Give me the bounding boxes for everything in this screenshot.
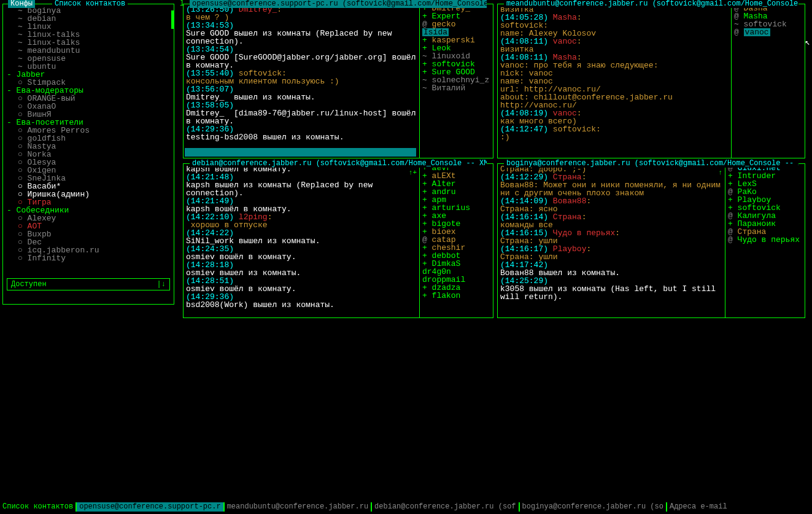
occupant[interactable]: + Expert bbox=[422, 12, 490, 20]
occupant[interactable]: @ Masha bbox=[734, 12, 802, 20]
occupant-list[interactable]: + aevr+ aLEXt+ Alter+ andru+ apm+ arturi… bbox=[419, 164, 493, 317]
occupant-list[interactable]: @ Dasha@ Masha~ softovick@ vanoc bbox=[731, 4, 805, 158]
occupant[interactable]: + LexS bbox=[728, 180, 802, 188]
chat-line: bsd2008(Work) вышел из комнаты. bbox=[186, 301, 417, 309]
occupant[interactable]: + arturius bbox=[422, 204, 490, 212]
roster-scrollbar[interactable] bbox=[171, 10, 174, 29]
occupant[interactable]: ~ solnechnyi_z bbox=[422, 76, 490, 84]
chat-line: Dmitrey_ [dima89-76@jabber.ru/linux-host… bbox=[186, 109, 417, 125]
room-marker: l bbox=[180, 0, 184, 8]
occupant[interactable]: ~ linuxoid bbox=[422, 52, 490, 60]
status-indicator: |↓ bbox=[157, 280, 166, 289]
bottom-tab[interactable]: boginya@conference.jabber.ru (so bbox=[519, 502, 666, 512]
bottom-tab[interactable]: opensuse@conference.support-pc.r bbox=[75, 502, 223, 512]
chat-log[interactable]: kapsh вошёл в комнату.(14:21:48)kapsh вы… bbox=[184, 164, 419, 317]
occupant[interactable]: @ Чудо в перьях bbox=[728, 236, 802, 244]
chat-line: Sure GOOD вышел из комнаты (Replaced by … bbox=[186, 29, 417, 45]
occupant[interactable]: + Leok bbox=[422, 44, 490, 52]
occupant[interactable]: + Параноик bbox=[728, 220, 802, 228]
bottom-tab[interactable]: Адреса e-mail bbox=[666, 502, 730, 512]
occupant[interactable]: @ Калигула bbox=[728, 212, 802, 220]
occupant[interactable]: + DimkaS bbox=[422, 260, 490, 268]
occupant[interactable]: @ Страна bbox=[728, 228, 802, 236]
occupant[interactable]: ~ softovick bbox=[734, 20, 802, 28]
occupant[interactable]: @ vanoc bbox=[734, 28, 802, 36]
room-title: debian@conference.jabber.ru (softovick@g… bbox=[190, 159, 487, 168]
occupant[interactable]: droppmail bbox=[422, 276, 490, 284]
occupant[interactable]: + dzadza bbox=[422, 284, 490, 292]
occupant[interactable]: + kasperski bbox=[422, 36, 490, 44]
status-text: Доступен bbox=[11, 280, 47, 289]
scroll-up-indicator: ↑ bbox=[718, 169, 722, 176]
occupant[interactable]: + andru bbox=[422, 188, 490, 196]
roster-list[interactable]: ~ boginya~ debian~ linux~ linux-talks~ l… bbox=[3, 4, 174, 265]
room-meandubuntu[interactable]: meandubuntu@conference.jabber.ru (softov… bbox=[497, 4, 805, 158]
chat-line: (14:12:47) softovick: bbox=[500, 125, 729, 133]
chat-log[interactable]: визитка(14:05:28) Masha:softovick:name: … bbox=[498, 4, 731, 158]
bottom-tab-bar[interactable]: Список контактовopensuse@conference.supp… bbox=[0, 502, 812, 512]
occupant[interactable]: + softovick bbox=[728, 204, 802, 212]
occupant[interactable]: + Alter bbox=[422, 180, 490, 188]
contacts-title: Список контактов bbox=[52, 0, 128, 8]
occupant[interactable]: + cheshir bbox=[422, 244, 490, 252]
chat-log[interactable]: Страна: добро. ;-)(14:12:29) Страна:Вова… bbox=[498, 164, 725, 317]
occupant[interactable]: + apm bbox=[422, 196, 490, 204]
chat-line: kapsh вышел из комнаты (Replaced by new … bbox=[186, 181, 417, 197]
input-field[interactable] bbox=[185, 148, 416, 157]
occupant[interactable]: + Sure GOOD bbox=[422, 68, 490, 76]
room-opensuse[interactable]: opensuse@conference.support-pc.ru (softo… bbox=[183, 4, 493, 158]
occupant[interactable]: + bioex bbox=[422, 228, 490, 236]
occupant[interactable]: + softovick bbox=[422, 60, 490, 68]
roster-item[interactable]: ○ Infinity bbox=[7, 254, 170, 262]
bottom-tab[interactable]: meandubuntu@conference.jabber.ru bbox=[223, 502, 371, 512]
room-title: boginya@conference.jabber.ru (softovick@… bbox=[504, 159, 798, 168]
occupant[interactable]: ~ Виталий bbox=[422, 84, 490, 92]
occupant[interactable]: @ gecko bbox=[422, 20, 490, 28]
occupant[interactable]: dr4g0n bbox=[422, 268, 490, 276]
occupant[interactable]: + aLEXt bbox=[422, 172, 490, 180]
chat-line: Вован88: Может они и ники поменяли, я ни… bbox=[500, 181, 722, 197]
occupant[interactable]: + flakon bbox=[422, 292, 490, 300]
bottom-tab[interactable]: debian@conference.jabber.ru (sof bbox=[371, 502, 518, 512]
chat-line: (14:08:11) vanoc: bbox=[500, 37, 729, 45]
occupant[interactable]: Isida bbox=[422, 28, 490, 36]
room-title: meandubuntu@conference.jabber.ru (softov… bbox=[504, 0, 798, 8]
status-line[interactable]: Доступен |↓ bbox=[7, 278, 170, 290]
bottom-tab[interactable]: Список контактов bbox=[0, 502, 75, 512]
occupant[interactable]: @ catap bbox=[422, 236, 490, 244]
occupant-list[interactable]: + Dmitrey_+ Expert@ gecko Isida+ kaspers… bbox=[419, 4, 493, 158]
occupant[interactable]: + Intruder bbox=[728, 172, 802, 180]
occupant[interactable]: + debbot bbox=[422, 252, 490, 260]
occupant-list[interactable]: @ Gluxi.net+ Intruder+ LexS@ PaKo+ Playb… bbox=[725, 164, 805, 317]
room-debian[interactable]: debian@conference.jabber.ru (softovick@g… bbox=[183, 163, 493, 318]
contacts-tab[interactable]: Конфы bbox=[8, 0, 35, 8]
chat-line: Sure GOOD [SureGOOD@jabber.org/jabber.or… bbox=[186, 53, 417, 69]
scroll-up-indicator: ↑+ bbox=[409, 169, 417, 176]
chat-line: k3058 вышел из комнаты (Has left, but I … bbox=[500, 285, 722, 301]
occupant[interactable]: + Playboy bbox=[728, 196, 802, 204]
occupant[interactable]: + axe bbox=[422, 212, 490, 220]
room-boginya[interactable]: boginya@conference.jabber.ru (softovick@… bbox=[497, 163, 805, 318]
room-title: opensuse@conference.support-pc.ru (softo… bbox=[190, 0, 487, 8]
contacts-pane[interactable]: Список контактов Конфы ~ boginya~ debian… bbox=[2, 4, 174, 305]
occupant[interactable]: @ PaKo bbox=[728, 188, 802, 196]
cursor-pointer-icon: ↖ bbox=[805, 37, 810, 47]
chat-line: :) bbox=[500, 133, 729, 141]
chat-log[interactable]: (13:26:50) Dmitrey_:в чем ? )(13:34:53)S… bbox=[184, 4, 419, 158]
chat-line: testing-bsd2008 вышел из комнаты. bbox=[186, 133, 417, 141]
occupant[interactable]: + bigote bbox=[422, 220, 490, 228]
